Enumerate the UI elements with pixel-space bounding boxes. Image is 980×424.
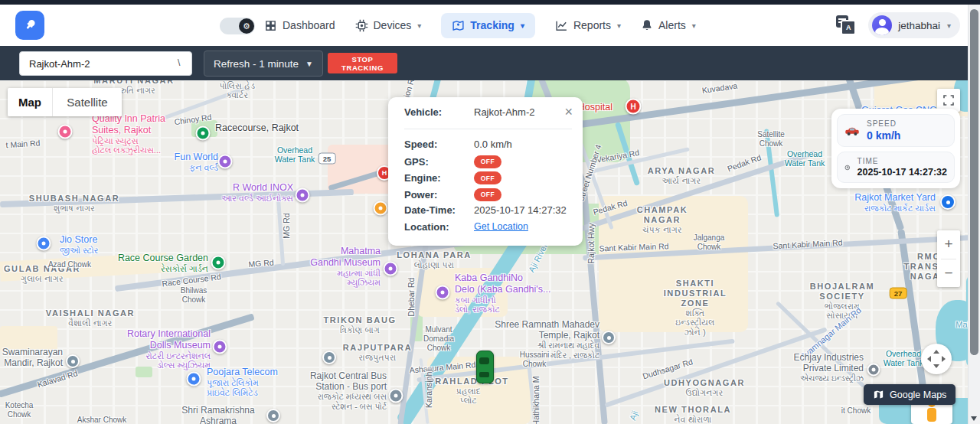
cinema-marker[interactable] [296,188,310,203]
close-icon[interactable]: × [564,105,573,119]
app-logo[interactable] [15,11,44,40]
popup-row-label: Location: [404,221,474,233]
pan-down-icon [933,364,939,368]
chevron-down-icon: ▾ [947,21,951,30]
popup-row-label: Engine: [404,172,474,184]
vehicle-marker[interactable] [476,351,494,383]
popup-row-date-time: Date-Time:2025-10-17 14:27:32 [404,204,572,216]
browser-top-strip [0,0,980,5]
pin-marker[interactable] [867,364,880,377]
nav-dashboard-label: Dashboard [283,19,335,31]
main-nav: Dashboard Devices ▾ Tracking ▾ Repo [264,5,696,46]
bell-icon [641,19,653,31]
vehicle-info-popup: Vehicle: Rajkot-Ahm-2 × Speed:0.0 km/hGP… [388,97,583,246]
zoom-in-button[interactable]: + [937,230,960,259]
zoom-control: + − [937,230,960,287]
vehicle-select-input[interactable] [19,51,192,76]
popup-vehicle-label: Vehicle: [404,106,474,118]
temple-marker[interactable] [602,331,616,344]
map-type-control: Map Satellite [8,88,122,116]
park-marker[interactable] [196,126,211,141]
market-marker[interactable] [940,194,956,210]
time-value: 2025-10-17 14:27:32 [858,167,947,178]
tracking-toolbar: \ Refresh - 1 minute ▼ STOP TRACKING [0,46,980,80]
ashram-marker[interactable] [266,409,280,422]
pan-control[interactable] [921,344,952,374]
google-maps-icon [873,389,884,400]
nav-alerts[interactable]: Alerts ▾ [641,19,696,31]
museum-marker[interactable] [213,340,227,354]
zoom-out-button[interactable]: − [937,259,960,288]
hotel-marker[interactable] [58,125,73,139]
popup-row-value: 0.0 km/h [474,139,512,150]
nav-alerts-label: Alerts [658,19,686,31]
popup-row-value: 2025-10-17 14:27:32 [474,204,567,216]
map-canvas[interactable]: 2527 MARUTI NAGARમારુતિ નાગરપોલિસ હેડક્વ… [0,80,980,424]
nav-reports-label: Reports [573,19,611,31]
navbar-right: A jethabhai ▾ [836,5,960,46]
pan-right-icon [942,356,946,362]
popup-row-label: Date-Time: [404,204,474,216]
popup-row-label: GPS: [404,156,474,168]
page-scrollbar[interactable] [968,5,980,424]
map-icon [452,19,465,32]
hospital-marker[interactable]: H [626,99,642,115]
car-icon [844,125,860,137]
popup-row-location: Location:Get Location [404,221,572,233]
chip-icon [355,19,368,32]
map-type-satellite-button[interactable]: Satellite [53,88,122,116]
status-badge: OFF [474,171,501,184]
user-menu[interactable]: jethabhai ▾ [868,12,960,38]
chevron-down-icon: ▾ [417,21,421,30]
garden-marker[interactable] [211,256,226,270]
pin-logo-icon [21,17,38,34]
theme-toggle-knob: ⚙ [239,18,254,34]
pan-up-icon [933,350,939,354]
time-label: TIME [858,157,947,165]
stop-tracking-button[interactable]: STOP TRACKING [328,53,397,73]
map-type-map-button[interactable]: Map [8,88,53,116]
google-maps-badge[interactable]: Google Maps [864,384,956,405]
google-maps-badge-label: Google Maps [890,390,946,400]
chevron-down-icon: ▾ [617,21,621,30]
speed-label: SPEED [867,119,900,128]
scrollbar-down-arrow[interactable] [971,416,977,421]
speed-card: SPEED 0 km/h [837,114,955,147]
get-location-link[interactable]: Get Location [474,221,528,232]
clock-icon [844,161,851,174]
live-info-panel: SPEED 0 km/h TIME 2025-10-17 14:27:32 [831,109,960,188]
status-badge: OFF [474,155,501,168]
nav-dashboard[interactable]: Dashboard [264,19,335,32]
school-marker[interactable] [322,351,336,364]
store-marker[interactable] [187,372,201,386]
speed-value: 0 km/h [867,129,900,142]
popup-row-label: Power: [404,189,474,201]
popup-vehicle-value: Rajkot-Ahm-2 [474,106,534,118]
amusement-marker[interactable] [218,155,233,169]
translate-icon[interactable]: A [836,15,856,35]
vehicle-input-caret: \ [178,57,180,68]
museum-marker[interactable] [436,285,450,300]
fullscreen-icon [942,94,955,106]
nav-tracking-label: Tracking [470,19,514,31]
popup-divider [404,129,572,129]
chart-icon [555,19,568,32]
theme-toggle[interactable]: ⚙ [220,18,255,34]
nav-tracking[interactable]: Tracking ▾ [441,13,535,38]
bus-station-marker[interactable] [389,389,403,403]
pan-left-icon [927,356,931,362]
refresh-interval-value: Refresh - 1 minute [214,58,299,70]
popup-row-label: Speed: [404,139,474,150]
avatar [872,15,892,35]
restaurant-marker[interactable] [374,201,388,216]
user-name: jethabhai [898,20,940,31]
nav-devices[interactable]: Devices ▾ [355,19,422,32]
scrollbar-thumb[interactable] [970,9,978,355]
store-marker[interactable] [37,236,51,251]
museum-marker[interactable] [384,262,398,276]
temple-marker[interactable] [66,354,80,368]
nav-reports[interactable]: Reports ▾ [555,19,621,32]
navbar: ⚙ Dashboard Devices ▾ Tracking ▾ [0,5,980,46]
refresh-interval-select[interactable]: Refresh - 1 minute ▼ [204,51,323,77]
popup-row-engine: Engine:OFF [404,171,572,184]
